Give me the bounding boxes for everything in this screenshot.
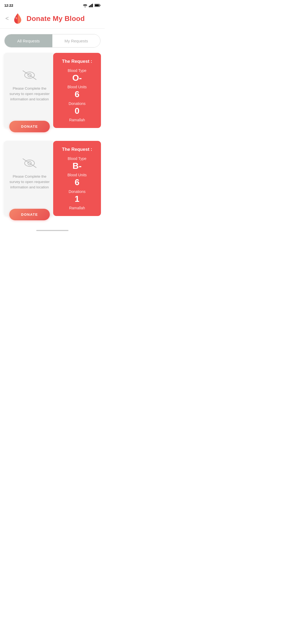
- hidden-icon-1: [21, 69, 38, 82]
- card-left-2: Please Complete the survey to open reque…: [4, 141, 55, 216]
- battery-icon: [95, 4, 100, 7]
- svg-rect-5: [100, 5, 100, 6]
- blood-units-value-2: 6: [75, 178, 79, 187]
- header: < Donate My Blood: [0, 10, 105, 29]
- svg-rect-1: [90, 5, 91, 7]
- svg-rect-6: [95, 5, 99, 6]
- home-indicator: [0, 227, 105, 233]
- donations-label-1: Donations: [68, 101, 85, 106]
- card-left-text-2: Please Complete the survey to open reque…: [8, 174, 51, 190]
- tab-bar: All Requests My Requests: [4, 34, 100, 47]
- request-card-1: Please Complete the survey to open reque…: [4, 53, 101, 128]
- request-title-2: The Request :: [62, 147, 92, 152]
- status-bar: 12:22: [0, 0, 105, 10]
- tab-my-requests[interactable]: My Requests: [52, 34, 100, 47]
- blood-units-label-2: Blood Units: [67, 173, 87, 177]
- donate-button-1[interactable]: DONATE: [9, 121, 50, 132]
- blood-type-value-2: B-: [73, 161, 82, 171]
- app-logo: [13, 13, 23, 24]
- card-left-1: Please Complete the survey to open reque…: [4, 53, 55, 128]
- wifi-icon: [83, 4, 88, 7]
- card-right-1: The Request : Blood Type O- Blood Units …: [53, 53, 101, 128]
- donations-value-2: 1: [75, 194, 79, 204]
- donations-value-1: 0: [75, 106, 79, 116]
- svg-rect-2: [91, 4, 92, 7]
- hidden-icon-2: [21, 157, 38, 170]
- app-title: Donate My Blood: [27, 14, 85, 23]
- tab-all-requests[interactable]: All Requests: [5, 34, 52, 47]
- blood-units-value-1: 6: [75, 90, 79, 99]
- card-right-2: The Request : Blood Type B- Blood Units …: [53, 141, 101, 216]
- svg-rect-3: [92, 4, 93, 7]
- blood-type-value-1: O-: [72, 73, 82, 83]
- request-card-2: Please Complete the survey to open reque…: [4, 141, 101, 216]
- request-title-1: The Request :: [62, 59, 92, 64]
- signal-icon: [89, 4, 93, 7]
- svg-rect-0: [89, 6, 90, 7]
- status-time: 12:22: [4, 3, 13, 8]
- content-area: Please Complete the survey to open reque…: [0, 47, 105, 221]
- donations-label-2: Donations: [68, 189, 85, 194]
- location-1: Ramallah: [69, 118, 85, 122]
- back-button[interactable]: <: [5, 15, 9, 22]
- location-2: Ramallah: [69, 206, 85, 210]
- home-bar: [36, 230, 68, 231]
- blood-type-label-2: Blood Type: [68, 156, 86, 161]
- blood-type-label-1: Blood Type: [68, 68, 86, 73]
- status-icons: [83, 4, 100, 7]
- card-left-text-1: Please Complete the survey to open reque…: [8, 86, 51, 102]
- blood-units-label-1: Blood Units: [67, 85, 87, 89]
- donate-button-2[interactable]: DONATE: [9, 209, 50, 220]
